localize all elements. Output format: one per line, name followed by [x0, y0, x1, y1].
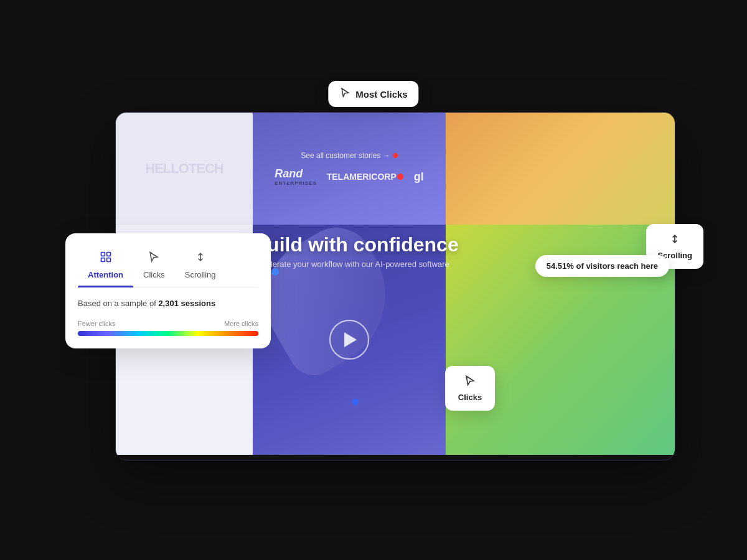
panel-tabs: Attention Clicks Scrolling	[78, 246, 258, 287]
hero-text-area: Build with confidence Accelerate your wo…	[253, 234, 489, 269]
attention-icon	[100, 251, 112, 266]
clicks-tab-label: Clicks	[143, 270, 165, 279]
telamericorp-dot	[397, 174, 403, 180]
sessions-prefix: Based on a sample of	[78, 299, 156, 308]
gradient-bar	[78, 331, 258, 336]
svg-rect-2	[101, 258, 105, 262]
logos-row: Rand ENTERPRISES TELAMERICORP gl	[275, 167, 423, 186]
logo-rand: Rand ENTERPRISES	[275, 167, 316, 186]
tooltip-clicks[interactable]: Clicks	[445, 366, 495, 411]
tab-scrolling[interactable]: Scrolling	[175, 246, 226, 287]
rand-sub-text: ENTERPRISES	[275, 180, 316, 186]
scrolling-tab-icon	[194, 251, 207, 266]
svg-rect-1	[106, 253, 110, 256]
dot-red	[393, 153, 398, 158]
see-all-text: See all customer stories →	[301, 151, 390, 160]
tab-attention[interactable]: Attention	[78, 246, 133, 287]
cursor-icon	[339, 87, 350, 101]
telamericorp-text-part1: TELAMERICORP	[327, 172, 397, 182]
attention-label: Attention	[88, 270, 123, 279]
see-all-link[interactable]: See all customer stories →	[301, 151, 397, 160]
logo-globe-partial: gl	[414, 170, 424, 184]
panel-sessions: Based on a sample of 2,301 sessions	[78, 297, 258, 310]
svg-rect-0	[101, 253, 105, 256]
visitors-badge: 54.51% of visitors reach here	[535, 255, 669, 277]
hero-title: Build with confidence	[253, 234, 489, 256]
clicks-legend: Fewer clicks More clicks	[78, 320, 258, 327]
play-button[interactable]	[329, 320, 369, 360]
scrolling-tab-label: Scrolling	[185, 270, 216, 279]
play-icon	[344, 332, 357, 347]
logo-telamericorp: TELAMERICORP	[327, 172, 404, 182]
panel-card: Attention Clicks Scrolling	[65, 233, 271, 348]
scrolling-icon	[669, 233, 681, 247]
outer-wrapper: HELLOTECH See all customer stories → Ran…	[78, 87, 669, 473]
clicks-icon	[464, 375, 476, 389]
hero-subtitle: Accelerate your workflow with our AI-pow…	[253, 259, 489, 269]
blue-dot-1	[271, 268, 279, 276]
cell-top-middle: See all customer stories → Rand ENTERPRI…	[253, 113, 446, 225]
clicks-tab-icon	[148, 251, 160, 266]
tooltip-most-clicks[interactable]: Most Clicks	[328, 81, 418, 107]
sessions-count: 2,301 sessions	[158, 299, 215, 308]
clicks-label: Clicks	[458, 393, 482, 402]
svg-rect-3	[106, 258, 110, 262]
ghost-text-tl: HELLOTECH	[145, 161, 223, 177]
fewer-clicks-label: Fewer clicks	[78, 320, 116, 327]
cell-top-left: HELLOTECH	[116, 113, 253, 225]
more-clicks-label: More clicks	[224, 320, 258, 327]
tab-clicks[interactable]: Clicks	[133, 246, 175, 287]
most-clicks-label: Most Clicks	[355, 89, 407, 100]
cell-top-right	[446, 113, 675, 225]
blue-dot-2	[352, 399, 359, 405]
visitors-text: 54.51% of visitors reach here	[547, 261, 658, 271]
rand-text: Rand	[275, 167, 303, 180]
